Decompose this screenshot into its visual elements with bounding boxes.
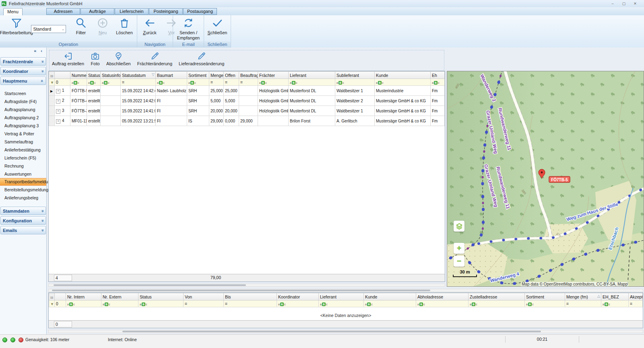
- sidebar-item-transportbedarfsmeldung[interactable]: Transportbedarfsmeldung: [0, 178, 46, 186]
- col-statusdatum[interactable]: Statusdatum▽: [121, 72, 156, 79]
- text-filter-icon[interactable]: [320, 302, 327, 306]
- col-status[interactable]: Status: [138, 293, 184, 300]
- map-canvas[interactable]: Wanderweg 2 Grazer Umland Weg Rundwander…: [447, 71, 644, 287]
- filter-statusdatum[interactable]: =: [121, 79, 156, 86]
- minimize-button[interactable]: –: [607, 0, 618, 7]
- sidebar-item-anlieferbestaetigung[interactable]: Anlieferbestätigung: [0, 146, 46, 154]
- tab-auftraege[interactable]: Aufträge: [80, 8, 114, 15]
- filter-kunde[interactable]: [375, 79, 431, 86]
- filter-offen[interactable]: =: [224, 79, 239, 86]
- col-nr-intern[interactable]: Nr. Intern: [66, 293, 101, 300]
- filter-akzeptiert[interactable]: =: [629, 300, 643, 307]
- tab-adressen[interactable]: Adressen: [46, 8, 80, 15]
- text-filter-icon[interactable]: [67, 302, 74, 306]
- sidebar-group-frachtzentrale[interactable]: Frachtzentrale «: [0, 57, 46, 66]
- filter-row-funnel-icon[interactable]: ▼: [50, 302, 54, 306]
- col-kunde[interactable]: Kunde: [375, 72, 431, 79]
- text-filter-icon[interactable]: [603, 302, 610, 306]
- filter-menge[interactable]: =: [209, 79, 224, 86]
- horizontal-scrollbar[interactable]: [48, 330, 643, 333]
- tab-posteingang[interactable]: Posteingang: [149, 8, 183, 15]
- expand-icon[interactable]: +: [56, 109, 60, 114]
- column-chooser-icon[interactable]: ▤: [50, 74, 54, 78]
- close-button[interactable]: ✕: [630, 0, 641, 7]
- table-row[interactable]: +3 FÖ7TB-3 erstellt 15.09.2022 14:41:06 …: [49, 106, 445, 116]
- text-filter-icon[interactable]: [103, 302, 110, 306]
- text-filter-icon[interactable]: [88, 81, 95, 85]
- col-koordinator[interactable]: Koordinator: [277, 293, 319, 300]
- col-beauftragt[interactable]: Beauftragt: [239, 72, 258, 79]
- sidebar-group-emails[interactable]: Emails «: [0, 226, 46, 234]
- fraechteraenderung-button[interactable]: Frächteränderung: [137, 52, 172, 66]
- column-chooser-icon[interactable]: ▤: [50, 296, 54, 299]
- col-bis[interactable]: Bis: [224, 293, 277, 300]
- expand-icon[interactable]: +: [56, 99, 60, 104]
- col-sortiment[interactable]: Sortiment: [525, 293, 565, 300]
- filter-eh-bez[interactable]: [601, 300, 629, 307]
- sidebar-group-konfiguration[interactable]: Konfiguration «: [0, 216, 46, 225]
- map-zoom-in-button[interactable]: +: [454, 243, 464, 254]
- col-kunde[interactable]: Kunde: [364, 293, 416, 300]
- horizontal-scrollbar[interactable]: [48, 284, 445, 287]
- filter-nr-extern[interactable]: [101, 300, 138, 307]
- text-filter-icon[interactable]: [72, 81, 79, 85]
- equals-filter-icon[interactable]: =: [240, 80, 243, 85]
- col-status[interactable]: Status: [87, 72, 101, 79]
- filterbearbeitung-button[interactable]: Filterbearbeitung: [2, 16, 31, 36]
- equals-filter-icon[interactable]: =: [211, 80, 213, 85]
- filter-lieferant[interactable]: [289, 79, 335, 86]
- sidebar-group-koordinator[interactable]: Koordinator «: [0, 67, 46, 75]
- expand-icon[interactable]: +: [56, 119, 60, 124]
- map[interactable]: Wanderweg 2 Grazer Umland Weg Rundwander…: [447, 71, 644, 287]
- col-lieferant[interactable]: Lieferant: [289, 72, 335, 79]
- filter-funnel-icon[interactable]: ▽: [152, 72, 155, 77]
- col-baumart[interactable]: Baumart: [156, 72, 187, 79]
- text-filter-icon[interactable]: [376, 81, 383, 85]
- filter-sublieferant[interactable]: [335, 79, 375, 86]
- col-von[interactable]: Von: [184, 293, 224, 300]
- sidebar-item-auftragsplanung-3[interactable]: Auftragsplanung 3: [0, 122, 46, 130]
- text-filter-icon[interactable]: [470, 302, 477, 306]
- col-menge[interactable]: Menge: [209, 72, 224, 79]
- sidebar-item-auftragsplanung[interactable]: Auftragsplanung: [0, 106, 46, 114]
- col-menge-fm[interactable]: Menge (fm)△: [565, 293, 601, 300]
- sidebar-item-anlieferungsbeleg[interactable]: Anlieferungsbeleg: [0, 194, 46, 202]
- text-filter-icon[interactable]: [290, 81, 297, 85]
- col-offen[interactable]: Offen: [224, 72, 239, 79]
- sidebar-item-sammelauftrag[interactable]: Sammelauftrag: [0, 138, 46, 146]
- tab-postausgang[interactable]: Postausgang: [183, 8, 217, 15]
- sidebar-collapse-button[interactable]: ‹: [41, 48, 42, 53]
- filter-nr-intern[interactable]: [66, 300, 101, 307]
- sidebar-item-auftragsplanung-2[interactable]: Auftragsplanung 2: [0, 114, 46, 122]
- text-filter-icon[interactable]: [102, 81, 109, 85]
- equals-filter-icon[interactable]: =: [225, 302, 227, 306]
- text-filter-icon[interactable]: [417, 302, 425, 306]
- text-filter-icon[interactable]: [365, 302, 372, 306]
- sidebar-item-startscreen[interactable]: Startscreen: [0, 89, 46, 97]
- horizontal-scrollbar[interactable]: [48, 289, 643, 292]
- filter-lieferant[interactable]: [319, 300, 364, 307]
- sidebar-collapse-all-button[interactable]: «: [34, 48, 36, 53]
- filter-koordinator[interactable]: [277, 300, 319, 307]
- table-row[interactable]: +2 FÖ7TB-4 erstellt 15.09.2022 14:42:06 …: [49, 96, 445, 106]
- col-statusinfo[interactable]: Statusinfo: [101, 72, 121, 79]
- equals-filter-icon[interactable]: =: [185, 302, 187, 306]
- col-sortiment[interactable]: Sortiment: [187, 72, 209, 79]
- text-filter-icon[interactable]: [526, 302, 533, 306]
- filter-nummer[interactable]: [70, 79, 87, 86]
- senden-empfangen-button[interactable]: Senden / Empfangen: [175, 16, 201, 41]
- equals-filter-icon[interactable]: =: [566, 302, 569, 306]
- filter-eh[interactable]: [431, 79, 445, 86]
- text-filter-icon[interactable]: [278, 302, 285, 306]
- sidebar-item-vertrag-polter[interactable]: Vertrag & Polter: [0, 130, 46, 138]
- filter-fraechter[interactable]: [258, 79, 289, 86]
- filter-kunde[interactable]: [364, 300, 416, 307]
- text-filter-icon[interactable]: [259, 81, 266, 85]
- col-akzeptiert[interactable]: Akzeptiert: [629, 293, 643, 300]
- text-filter-icon[interactable]: [157, 81, 164, 85]
- table-row[interactable]: ▶ +1 FÖ7TB-5 erstellt 15.09.2022 14:42:4…: [49, 86, 445, 96]
- filter-menge-fm[interactable]: =: [565, 300, 601, 307]
- abschliessen-button[interactable]: Abschließen: [106, 52, 131, 66]
- sidebar-item-rechnung[interactable]: Rechnung: [0, 162, 46, 170]
- filter-statusinfo[interactable]: [101, 79, 121, 86]
